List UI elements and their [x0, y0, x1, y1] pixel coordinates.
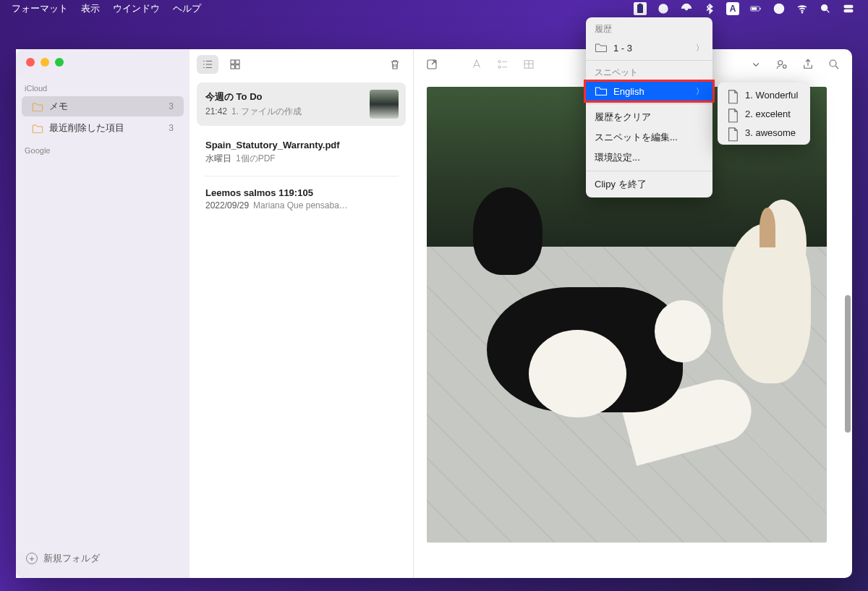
- collaborate-button[interactable]: [771, 55, 793, 74]
- submenu-item[interactable]: 1. Wonderful: [718, 85, 810, 104]
- note-item[interactable]: 今週の To Do 21:421. ファイルの作成: [197, 82, 406, 126]
- note-title: 今週の To Do: [205, 90, 397, 103]
- svg-point-10: [822, 5, 827, 11]
- menu-view[interactable]: 表示: [81, 2, 100, 15]
- menu-item-clear-history[interactable]: 履歴をクリア: [586, 107, 712, 127]
- zoom-button[interactable]: [55, 58, 64, 67]
- note-title: Spain_Statutory_Warranty.pdf: [205, 140, 397, 150]
- submenu-item[interactable]: 2. excelent: [718, 104, 810, 123]
- folder-icon: [595, 42, 608, 54]
- svg-rect-17: [231, 65, 234, 69]
- document-icon: [726, 108, 739, 119]
- note-thumbnail: [370, 90, 399, 119]
- menu-format[interactable]: フォーマット: [12, 2, 68, 15]
- menu-section-history: 履歴: [586, 20, 712, 38]
- menu-section-snippet: スニペット: [586, 64, 712, 82]
- svg-rect-18: [236, 65, 239, 69]
- compose-button[interactable]: [421, 55, 443, 74]
- folder-icon: [595, 85, 608, 97]
- control-center-icon[interactable]: [842, 2, 855, 15]
- sidebar-item-count: 3: [169, 123, 174, 133]
- svg-point-23: [778, 61, 783, 65]
- menu-item-quit[interactable]: Clipy を終了: [586, 174, 712, 195]
- svg-point-25: [830, 60, 836, 67]
- airdrop-icon[interactable]: [680, 2, 693, 15]
- svg-rect-0: [637, 4, 643, 13]
- input-source-icon[interactable]: A: [726, 2, 739, 15]
- menu-help[interactable]: ヘルプ: [173, 2, 201, 15]
- sidebar-section-icloud: iCloud: [16, 81, 190, 95]
- sidebar-item-label: メモ: [49, 100, 68, 113]
- svg-point-13: [846, 6, 847, 7]
- sidebar-item-label: 最近削除した項目: [49, 122, 124, 135]
- menu-item-english[interactable]: English 〉: [586, 82, 712, 101]
- svg-point-21: [498, 66, 501, 68]
- svg-point-14: [850, 10, 851, 12]
- note-preview: Mariana Que pensaba…: [253, 200, 348, 211]
- window-controls: [16, 58, 190, 77]
- plus-circle-icon: ＋: [26, 553, 38, 564]
- svg-rect-5: [760, 8, 761, 9]
- chevron-right-icon: 〉: [696, 86, 704, 97]
- new-folder-button[interactable]: ＋ 新規フォルダ: [16, 552, 190, 569]
- clipy-menu: 履歴 1 - 3 〉 スニペット English 〉 履歴をクリア スニペットを…: [586, 17, 712, 197]
- delete-button[interactable]: [384, 55, 406, 74]
- menubar: フォーマット 表示 ウインドウ ヘルプ A: [0, 0, 868, 17]
- svg-point-8: [778, 6, 780, 9]
- note-title: Leemos salmos 119:105: [205, 187, 397, 198]
- note-item[interactable]: Leemos salmos 119:105 2022/09/29Mariana …: [197, 179, 406, 218]
- format-button[interactable]: [466, 55, 488, 74]
- clipy-menubar-icon[interactable]: [634, 2, 647, 15]
- clipy-submenu-english: 1. Wonderful 2. excelent 3. awesome: [718, 82, 810, 145]
- minimize-button[interactable]: [41, 58, 49, 67]
- checklist-button[interactable]: [492, 55, 514, 74]
- note-item[interactable]: Spain_Statutory_Warranty.pdf 水曜日1個のPDF: [197, 132, 406, 173]
- table-button[interactable]: [518, 55, 540, 74]
- menu-item-preferences[interactable]: 環境設定...: [586, 148, 712, 168]
- chevron-right-icon: 〉: [696, 43, 704, 54]
- document-icon: [726, 89, 739, 101]
- close-button[interactable]: [26, 58, 35, 67]
- share-button[interactable]: [797, 55, 819, 74]
- svg-rect-6: [752, 7, 757, 10]
- note-preview: 1個のPDF: [236, 153, 276, 163]
- sidebar: iCloud メモ 3 最近削除した項目 3 Google ＋ 新規フォルダ: [16, 49, 190, 578]
- more-button[interactable]: [745, 55, 767, 74]
- svg-rect-1: [639, 4, 642, 6]
- svg-point-24: [783, 65, 787, 69]
- list-view-button[interactable]: [197, 55, 218, 74]
- svg-point-20: [498, 61, 501, 63]
- sidebar-section-google: Google: [16, 143, 190, 158]
- note-preview: 1. ファイルの作成: [231, 106, 302, 116]
- sidebar-item-count: 3: [169, 101, 174, 111]
- user-icon[interactable]: [773, 2, 786, 15]
- svg-point-9: [801, 12, 802, 13]
- list-toolbar: [190, 49, 413, 80]
- svg-rect-16: [236, 60, 239, 64]
- note-time: 2022/09/29: [205, 200, 249, 211]
- note-time: 水曜日: [205, 153, 231, 163]
- grid-view-button[interactable]: [224, 55, 246, 74]
- todo-menubar-icon[interactable]: [657, 2, 670, 15]
- sidebar-item-memo[interactable]: メモ 3: [22, 96, 184, 116]
- svg-rect-15: [231, 60, 234, 64]
- menu-item-edit-snippets[interactable]: スニペットを編集...: [586, 127, 712, 148]
- submenu-item[interactable]: 3. awesome: [718, 123, 810, 142]
- scrollbar-thumb[interactable]: [845, 295, 851, 433]
- battery-icon[interactable]: [749, 2, 762, 15]
- bluetooth-icon[interactable]: [703, 2, 716, 15]
- menu-item-history-group[interactable]: 1 - 3 〉: [586, 38, 712, 57]
- search-button[interactable]: [823, 55, 845, 74]
- note-time: 21:42: [205, 106, 227, 116]
- document-icon: [726, 127, 739, 138]
- menu-window[interactable]: ウインドウ: [113, 2, 160, 15]
- sidebar-item-recently-deleted[interactable]: 最近削除した項目 3: [22, 118, 184, 138]
- spotlight-icon[interactable]: [819, 2, 832, 15]
- wifi-icon[interactable]: [796, 2, 809, 15]
- note-list: 今週の To Do 21:421. ファイルの作成 Spain_Statutor…: [190, 49, 414, 578]
